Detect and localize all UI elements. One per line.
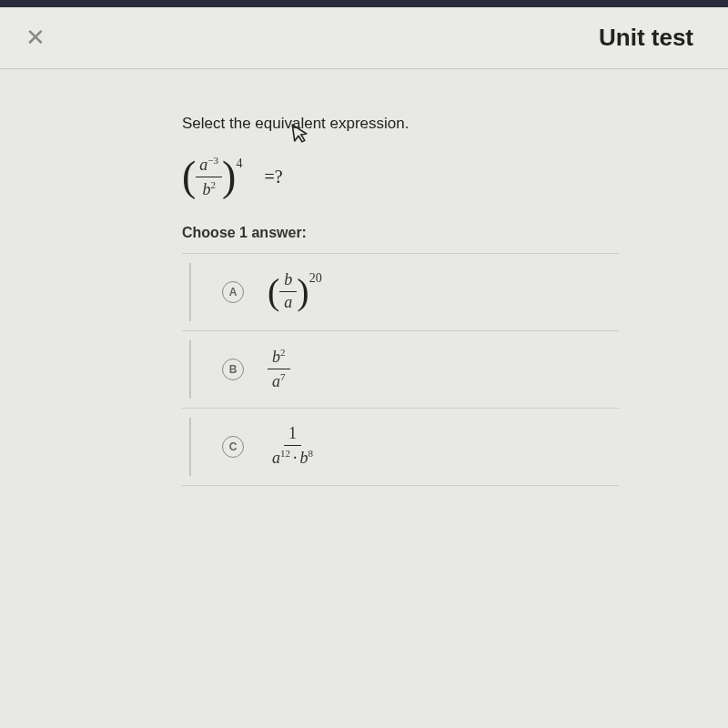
expr-equals: =?: [264, 167, 282, 187]
ans-b-den-exp: 7: [280, 371, 286, 382]
answer-badge: B: [222, 359, 244, 380]
answer-badge: A: [222, 281, 244, 303]
answer-math: b2 a7: [268, 347, 290, 391]
cursor-icon: [289, 121, 311, 150]
answer-badge: C: [222, 436, 244, 458]
expr-numerator-exp: −3: [207, 155, 218, 166]
ans-c-dot: ·: [290, 449, 300, 467]
expr-numerator-base: a: [199, 156, 207, 174]
ans-c-a-base: a: [272, 449, 280, 467]
expr-outer-exp: 4: [236, 157, 242, 171]
ans-b-num-exp: 2: [280, 347, 286, 358]
ans-a-exp: 20: [309, 271, 322, 286]
answer-option-a[interactable]: A ( b a ) 20: [182, 253, 619, 331]
ans-b-num-base: b: [272, 348, 280, 366]
choose-label: Choose 1 answer:: [182, 225, 728, 241]
page-title: Unit test: [599, 24, 693, 52]
answer-math: ( b a ) 20: [268, 271, 322, 312]
ans-c-num: 1: [284, 425, 301, 446]
ans-a-num: b: [279, 271, 297, 292]
answer-option-c[interactable]: C 1 a12·b8: [182, 408, 619, 486]
answer-list: A ( b a ) 20 B b2 a7 C: [182, 253, 619, 486]
ans-c-b-exp: 8: [308, 448, 314, 459]
ans-c-b-base: b: [300, 449, 308, 467]
left-paren: (: [182, 156, 196, 197]
ans-a-den: a: [279, 292, 297, 312]
close-icon[interactable]: ✕: [25, 24, 53, 52]
ans-b-den-base: a: [272, 372, 280, 390]
right-paren: ): [222, 156, 236, 197]
header-bar: ✕ Unit test: [0, 7, 728, 69]
answer-math: 1 a12·b8: [268, 425, 318, 468]
answer-option-b[interactable]: B b2 a7: [182, 330, 619, 409]
question-expression: ( a−3 b2 ) 4 =?: [182, 155, 728, 199]
ans-c-a-exp: 12: [280, 448, 290, 459]
expr-denominator-exp: 2: [210, 179, 216, 190]
question-body: Select the equivalent expression. ( a−3 …: [0, 69, 728, 486]
question-prompt: Select the equivalent expression.: [182, 115, 728, 133]
